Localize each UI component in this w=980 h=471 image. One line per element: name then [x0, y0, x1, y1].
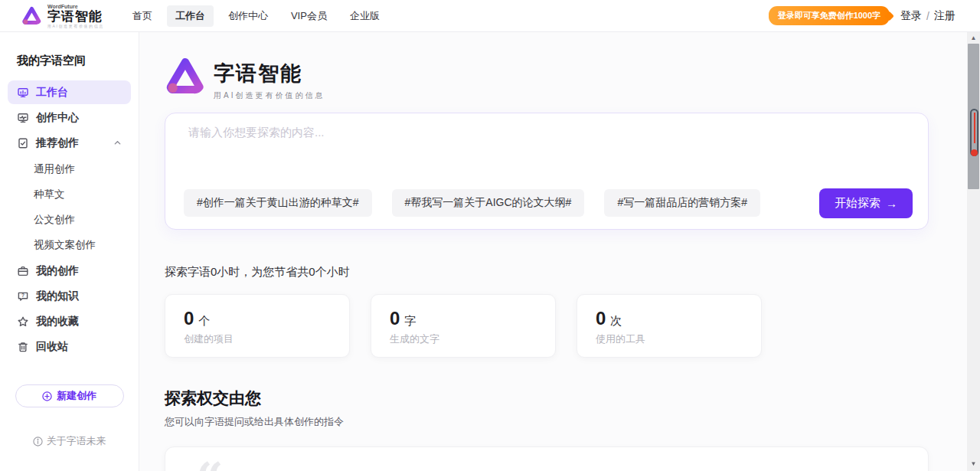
star-icon — [17, 316, 29, 328]
briefcase-icon — [17, 265, 29, 277]
sidebar-item-label: 回收站 — [36, 340, 68, 354]
login-link[interactable]: 登录 — [900, 9, 922, 23]
hero-brand: 字语智能 用AI创造更有价值的信息 — [165, 55, 929, 101]
stat-cards: 0个 创建的项目 0字 生成的文字 0次 使用的工具 — [165, 294, 929, 358]
stat-card-projects: 0个 创建的项目 — [165, 294, 350, 358]
sidebar-item-label: 创作中心 — [36, 111, 79, 125]
sidebar-item-label: 我的收藏 — [36, 315, 79, 329]
nav-vip[interactable]: VIP会员 — [283, 5, 335, 27]
new-creation-button[interactable]: 新建创作 — [15, 384, 124, 407]
sidebar-item-my-creations[interactable]: 我的创作 — [8, 259, 131, 283]
nav-home[interactable]: 首页 — [124, 5, 161, 27]
brand-tagline-tiny: 用AI创造更有价值的信息 — [47, 25, 104, 28]
sidebar-item-workbench[interactable]: 工作台 — [8, 80, 131, 104]
doc-check-icon — [17, 137, 29, 149]
quote-mark: “ — [196, 456, 220, 471]
page-scrollbar[interactable]: ▲ ▼ — [967, 32, 980, 471]
sidebar-item-label: 推荐创作 — [36, 136, 79, 150]
explore-search-panel: #创作一篇关于黄山出游的种草文# #帮我写一篇关于AIGC的论文大纲# #写一篇… — [165, 113, 929, 230]
suggestion-chips: #创作一篇关于黄山出游的种草文# #帮我写一篇关于AIGC的论文大纲# #写一篇… — [184, 188, 913, 218]
stat-card-words: 0字 生成的文字 — [371, 294, 556, 358]
top-navbar: WordFuture 字语智能 用AI创造更有价值的信息 首页 工作台 创作中心… — [0, 0, 980, 32]
scroll-down-icon[interactable]: ▼ — [967, 458, 980, 469]
dashboard-icon — [17, 87, 29, 99]
brand-name-cn: 字语智能 — [47, 10, 104, 23]
sidebar-item-label: 我的知识 — [36, 289, 79, 303]
scrollbar-thumb[interactable] — [968, 44, 979, 189]
scroll-up-icon[interactable]: ▲ — [967, 32, 980, 44]
auth-divider: / — [926, 10, 929, 22]
main-nav: 首页 工作台 创作中心 VIP会员 企业版 — [124, 5, 388, 27]
sidebar-item-recommended[interactable]: 推荐创作 — [8, 131, 131, 155]
suggestion-chip-huangshan[interactable]: #创作一篇关于黄山出游的种草文# — [184, 189, 372, 217]
sidebar-item-favorites[interactable]: 我的收藏 — [8, 309, 131, 333]
sidebar-subitem-general[interactable]: 通用创作 — [0, 156, 139, 182]
sidebar-subitem-video[interactable]: 视频文案创作 — [0, 232, 139, 257]
chevron-up-icon[interactable] — [113, 139, 122, 147]
hero-title: 字语智能 — [214, 63, 325, 86]
plus-circle-icon — [42, 391, 52, 401]
example-quote-card: “ 字语智能是什么? 嘿，帮我创作一篇北京出游攻略 — [165, 446, 929, 471]
sidebar-item-recycle-bin[interactable]: 回收站 — [8, 335, 131, 358]
sidebar-subitem-official[interactable]: 公文创作 — [0, 207, 139, 232]
sidebar-item-my-knowledge[interactable]: ? 我的知识 — [8, 284, 131, 308]
sidebar: 我的字语空间 工作台 创作中心 推荐创作 通用创 — [0, 32, 139, 471]
start-explore-button[interactable]: 开始探索 → — [819, 188, 913, 218]
sidebar-title: 我的字语空间 — [17, 54, 139, 68]
stats-summary: 探索字语0小时，为您节省共0个小时 — [165, 265, 929, 280]
chat-question-icon: ? — [17, 290, 29, 303]
creation-monitor-icon — [17, 112, 29, 124]
sidebar-item-label: 工作台 — [36, 86, 68, 100]
suggestion-chip-aigc[interactable]: #帮我写一篇关于AIGC的论文大纲# — [392, 189, 585, 217]
nav-creation-center[interactable]: 创作中心 — [220, 5, 276, 27]
main-content: 字语智能 用AI创造更有价值的信息 #创作一篇关于黄山出游的种草文# #帮我写一… — [139, 32, 967, 471]
svg-text:?: ? — [21, 293, 24, 298]
login-promo-badge[interactable]: 登录即可享免费创作1000字 — [769, 6, 890, 25]
hero-tagline: 用AI创造更有价值的信息 — [214, 90, 325, 101]
search-input[interactable] — [188, 126, 900, 187]
register-link[interactable]: 注册 — [934, 9, 956, 23]
thermometer-icon — [970, 109, 978, 156]
explore-section-subtitle: 您可以向字语提问或给出具体创作的指令 — [165, 415, 929, 429]
triangle-logo-icon — [165, 55, 206, 96]
nav-enterprise[interactable]: 企业版 — [341, 5, 388, 27]
sidebar-item-creation-center[interactable]: 创作中心 — [8, 106, 131, 129]
nav-workbench[interactable]: 工作台 — [167, 5, 214, 27]
arrow-right-icon: → — [886, 197, 897, 210]
triangle-logo-icon — [21, 5, 42, 26]
explore-section-title: 探索权交由您 — [165, 388, 929, 409]
about-link[interactable]: 关于字语未来 — [0, 434, 139, 448]
trash-icon — [17, 341, 29, 353]
sidebar-subitem-seeding[interactable]: 种草文 — [0, 182, 139, 207]
sidebar-item-label: 我的创作 — [36, 264, 79, 278]
brand-name-en: WordFuture — [47, 4, 104, 9]
suggestion-chip-dessert[interactable]: #写一篇甜品店的营销方案# — [604, 189, 760, 217]
brand-logo[interactable]: WordFuture 字语智能 用AI创造更有价值的信息 — [21, 4, 104, 28]
stat-card-tools: 0次 使用的工具 — [577, 294, 762, 358]
info-circle-icon — [33, 437, 43, 446]
